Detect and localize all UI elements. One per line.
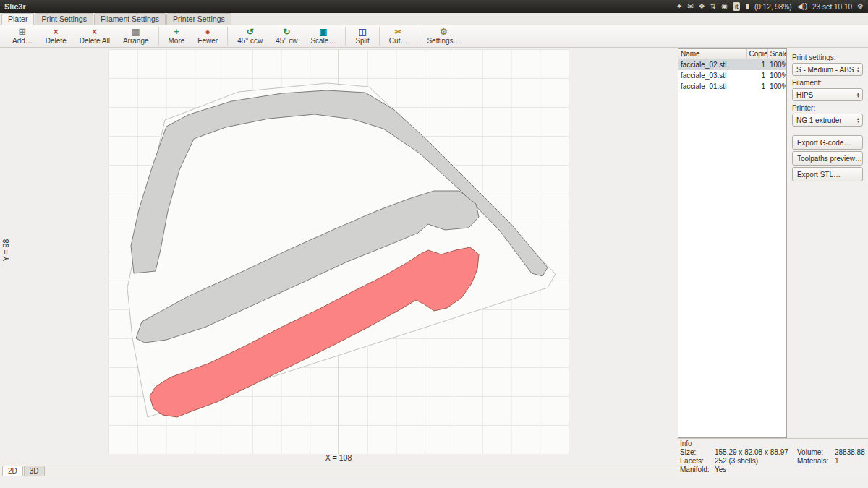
settings-icon: ⚙ (440, 27, 448, 37)
arrange-icon: ▦ (132, 27, 140, 37)
facets-value: 252 (3 shells) (715, 457, 797, 465)
print-settings-select[interactable]: S - Medium - ABS▲▼ (792, 63, 863, 76)
bed-x-size-label: X = 108 (295, 453, 382, 462)
keyboard-indicator[interactable]: it (733, 2, 741, 11)
manifold-value: Yes (715, 466, 797, 474)
view-mode-tabs: 2D3D (0, 463, 677, 476)
toolbar-separator (158, 27, 159, 46)
size-label: Size: (680, 448, 715, 456)
toolbar-arrange-button[interactable]: ▦Arrange (116, 27, 156, 46)
split-icon: ◫ (358, 27, 366, 37)
battery-text: (0:12, 98%) (754, 3, 792, 11)
toolbar-separator (345, 27, 346, 46)
bed-y-size-label: Y = 98 (1, 228, 10, 272)
toolbar: ⊞Add…×Delete×Delete All▦Arrange+More●Few… (0, 25, 868, 48)
object-list: NameCopiesScale facciale_02.stl1100%facc… (678, 48, 787, 438)
settings-column: Print settings:S - Medium - ABS▲▼Filamen… (787, 48, 868, 438)
app-title: Slic3r (4, 2, 26, 11)
toolbar-split-button[interactable]: ◫Split (349, 27, 375, 46)
tab-plater[interactable]: Plater (1, 13, 34, 25)
right-panel: NameCopiesScale facciale_02.stl1100%facc… (677, 48, 868, 476)
scale-icon: ▣ (319, 27, 327, 37)
info-title: Info (680, 440, 865, 448)
status-bar (0, 476, 868, 488)
rotate-cw-icon: ↻ (283, 27, 290, 37)
materials-value: 1 (835, 457, 865, 465)
view-tab-3d[interactable]: 3D (24, 466, 45, 476)
volume-value: 28838.88 (835, 448, 865, 456)
slic3r-window: Slic3r ✦ ✉ ❖ ⇅ ◉ it ▮ (0:12, 98%) ◀)) 23… (0, 0, 868, 488)
chevron-updown-icon: ▲▼ (854, 92, 860, 98)
bluetooth-icon[interactable]: ❖ (699, 0, 705, 13)
tab-print-settings[interactable]: Print Settings (35, 13, 93, 25)
rotate-ccw-icon: ↺ (247, 27, 254, 37)
main-area: X = 108 Y = 98 2D3D NameCopiesScale facc… (0, 48, 868, 476)
volume-icon[interactable]: ◀)) (797, 0, 807, 13)
toolbar-settings-button[interactable]: ⚙Settings… (420, 27, 467, 46)
toolbar-separator (227, 27, 228, 46)
right-panel-top: NameCopiesScale facciale_02.stl1100%facc… (677, 48, 868, 438)
add-icon: ⊞ (19, 27, 26, 37)
clock[interactable]: 23 set 10.10 (812, 3, 852, 11)
plater-objects-layer (0, 48, 677, 463)
system-tray: ✦ ✉ ❖ ⇅ ◉ it ▮ (0:12, 98%) ◀)) 23 set 10… (676, 0, 864, 13)
printer-label: Printer: (792, 104, 863, 112)
delete-all-icon: × (92, 27, 97, 37)
column-header-scale[interactable]: Scale (767, 49, 787, 59)
facets-label: Facets: (680, 457, 715, 465)
column-header-copies[interactable]: Copies (746, 49, 767, 59)
toolpaths-preview-button[interactable]: Toolpaths preview… (792, 151, 863, 166)
toolbar-separator (417, 27, 417, 46)
session-gear-icon[interactable]: ⚙ (857, 0, 864, 13)
menubar: Slic3r ✦ ✉ ❖ ⇅ ◉ it ▮ (0:12, 98%) ◀)) 23… (0, 0, 868, 13)
filament-label: Filament: (792, 79, 863, 87)
print-settings-label: Print settings: (792, 53, 863, 61)
more-icon: + (174, 27, 179, 37)
export-gcode-button[interactable]: Export G-code… (792, 135, 863, 150)
export-stl-button[interactable]: Export STL… (792, 167, 863, 181)
toolbar-rotate-cw-button[interactable]: ↻45° cw (269, 27, 304, 46)
toolbar-separator (379, 27, 380, 46)
cut-icon: ✂ (395, 27, 402, 37)
wifi-icon[interactable]: ◉ (721, 0, 728, 13)
battery-icon[interactable]: ▮ (745, 0, 749, 13)
delete-icon: × (54, 27, 59, 37)
table-row[interactable]: facciale_03.stl1100% (678, 70, 787, 81)
table-row[interactable]: facciale_02.stl1100% (678, 59, 787, 70)
toolbar-delete-button[interactable]: ×Delete (39, 27, 73, 46)
plater-column: X = 108 Y = 98 2D3D (0, 48, 677, 476)
info-panel: Info Size: 155.29 x 82.08 x 88.97 Volume… (677, 438, 868, 476)
fewer-icon: ● (205, 27, 210, 37)
dropbox-icon[interactable]: ✦ (676, 0, 682, 13)
export-buttons: Export G-code…Toolpaths preview…Export S… (792, 135, 863, 181)
chevron-updown-icon: ▲▼ (854, 117, 860, 123)
messages-icon[interactable]: ✉ (687, 0, 693, 13)
plater-canvas[interactable]: X = 108 Y = 98 (0, 48, 677, 463)
chevron-updown-icon: ▲▼ (854, 67, 860, 72)
toolbar-add-button[interactable]: ⊞Add… (6, 27, 39, 46)
filament-select[interactable]: HIPS▲▼ (792, 88, 863, 101)
manifold-label: Manifold: (680, 466, 715, 474)
volume-label: Volume: (797, 448, 835, 456)
network-icon[interactable]: ⇅ (710, 0, 716, 13)
toolbar-cut-button[interactable]: ✂Cut… (383, 27, 414, 46)
settings-tabbar: PlaterPrint SettingsFilament SettingsPri… (0, 13, 868, 25)
table-row[interactable]: facciale_01.stl1100% (678, 81, 787, 92)
tab-filament-settings[interactable]: Filament Settings (94, 13, 166, 25)
toolbar-fewer-button[interactable]: ●Fewer (191, 27, 224, 46)
toolbar-more-button[interactable]: +More (162, 27, 192, 46)
column-header-name[interactable]: Name (678, 49, 746, 59)
tab-printer-settings[interactable]: Printer Settings (166, 13, 231, 25)
view-tab-2d[interactable]: 2D (2, 466, 23, 476)
toolbar-rotate-ccw-button[interactable]: ↺45° ccw (231, 27, 269, 46)
materials-label: Materials: (797, 457, 835, 465)
toolbar-delete-all-button[interactable]: ×Delete All (73, 27, 116, 46)
toolbar-scale-button[interactable]: ▣Scale… (304, 27, 342, 46)
printer-select[interactable]: NG 1 extruder▲▼ (792, 114, 863, 127)
size-value: 155.29 x 82.08 x 88.97 (715, 448, 797, 456)
